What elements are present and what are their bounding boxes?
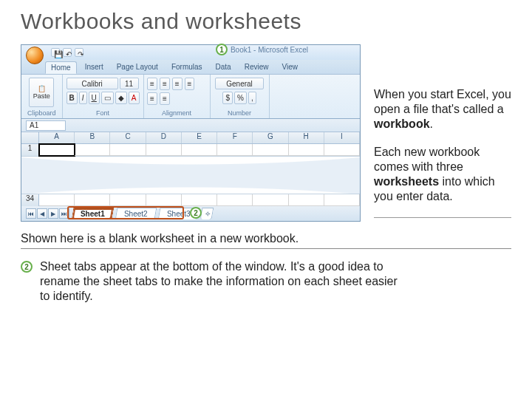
cell[interactable]	[289, 144, 324, 156]
ribbon-group-alignment: ≡ ≡ ≡ ≡ ≡ ≡ Alignment	[144, 75, 211, 118]
font-color-button[interactable]: A	[129, 92, 140, 104]
cell[interactable]	[39, 194, 75, 206]
align-bottom-icon[interactable]: ≡	[172, 78, 183, 90]
tab-home[interactable]: Home	[45, 61, 77, 74]
number-group-label: Number	[228, 109, 251, 117]
ribbon: 📋 Paste Clipboard Calibri 11 B	[21, 75, 360, 119]
col-c[interactable]: C	[110, 132, 146, 143]
cell[interactable]	[75, 144, 110, 156]
cell[interactable]	[182, 194, 217, 206]
callout-badge-2: 2	[190, 207, 202, 219]
quick-access-toolbar: 💾 ↶ ↷	[51, 48, 83, 57]
col-h[interactable]: H	[289, 132, 324, 143]
cell-a1[interactable]	[39, 144, 75, 156]
percent-icon[interactable]: %	[234, 92, 247, 104]
divider	[374, 217, 511, 218]
bold-term-workbook: workbook	[374, 117, 430, 130]
tab-data[interactable]: Data	[211, 61, 236, 74]
description-column: When you start Excel, you open a file th…	[374, 44, 511, 222]
callout-badge-1: 1	[216, 44, 228, 55]
grid-row-34: 34	[21, 194, 360, 206]
callout-badge-2-inline: 2	[21, 261, 33, 273]
cell[interactable]	[146, 194, 182, 206]
col-b[interactable]: B	[75, 132, 110, 143]
caption-lead: Shown here is a blank worksheet in a new…	[21, 232, 511, 249]
ribbon-tabs: Home Insert Page Layout Formulas Data Re…	[21, 60, 360, 75]
cell[interactable]	[253, 144, 288, 156]
cell[interactable]	[253, 194, 288, 206]
font-group-label: Font	[96, 109, 109, 117]
last-sheet-icon[interactable]: ⏭	[59, 208, 69, 219]
cell[interactable]	[75, 194, 110, 206]
paragraph-1: When you start Excel, you open a file th…	[374, 87, 511, 132]
sheet-tab-1[interactable]: Sheet1	[72, 208, 115, 219]
grid-row-1: 1	[21, 144, 360, 156]
save-icon[interactable]: 💾	[51, 48, 60, 57]
italic-button[interactable]: I	[79, 92, 87, 104]
currency-icon[interactable]: $	[222, 92, 233, 104]
underline-button[interactable]: U	[89, 92, 100, 104]
tab-formulas[interactable]: Formulas	[166, 61, 208, 74]
text: .	[430, 117, 433, 130]
align-right-icon[interactable]: ≡	[160, 92, 170, 105]
row-34-label[interactable]: 34	[21, 194, 39, 206]
col-a[interactable]: A	[39, 132, 75, 143]
align-middle-icon[interactable]: ≡	[160, 78, 170, 90]
col-d[interactable]: D	[146, 132, 182, 143]
cell[interactable]	[217, 194, 253, 206]
comma-icon[interactable]: ,	[248, 92, 256, 104]
paste-button[interactable]: 📋 Paste	[29, 78, 54, 107]
tab-insert[interactable]: Insert	[80, 61, 109, 74]
cell[interactable]	[324, 144, 360, 156]
cell[interactable]	[146, 144, 182, 156]
align-center-icon[interactable]: ≡	[147, 92, 157, 105]
alignment-group-label: Alignment	[162, 109, 191, 117]
new-sheet-icon[interactable]: ✧	[200, 208, 214, 219]
border-button[interactable]: ▭	[101, 92, 114, 104]
bullet-text: Sheet tabs appear at the bottom of the w…	[40, 259, 405, 304]
col-g[interactable]: G	[253, 132, 288, 143]
cell[interactable]	[110, 194, 146, 206]
cell[interactable]	[289, 194, 324, 206]
redo-icon[interactable]: ↷	[75, 48, 83, 57]
text: Each new workbook comes with three	[374, 146, 480, 173]
column-headers: A B C D E F G H I	[21, 132, 360, 144]
tab-review[interactable]: Review	[239, 61, 274, 74]
col-f[interactable]: F	[217, 132, 253, 143]
first-sheet-icon[interactable]: ⏮	[26, 208, 36, 219]
sheet-tab-2[interactable]: Sheet2	[115, 208, 157, 219]
undo-icon[interactable]: ↶	[63, 48, 72, 57]
font-size-select[interactable]: 11	[120, 78, 139, 89]
cell[interactable]	[182, 144, 217, 156]
ribbon-group-number: General $ % , Number	[211, 75, 270, 118]
bold-button[interactable]: B	[66, 92, 78, 104]
sheet-nav-arrows: ⏮ ◀ ▶ ⏭	[26, 208, 69, 219]
tab-view[interactable]: View	[276, 61, 303, 74]
office-button-icon[interactable]	[26, 47, 44, 64]
clipboard-group-label: Clipboard	[27, 109, 56, 117]
next-sheet-icon[interactable]: ▶	[48, 208, 58, 219]
cell[interactable]	[324, 194, 360, 206]
cell[interactable]	[217, 144, 253, 156]
cell[interactable]	[110, 144, 146, 156]
col-e[interactable]: E	[182, 132, 217, 143]
fill-color-button[interactable]: ◆	[115, 92, 127, 104]
bold-term-worksheets: worksheets	[374, 175, 439, 188]
text: When you start Excel, you open a file th…	[374, 88, 511, 115]
align-top-icon[interactable]: ≡	[147, 78, 157, 90]
name-box[interactable]: A1	[26, 120, 66, 131]
slide-title: Workbooks and worksheets	[0, 0, 532, 34]
lower-section: Shown here is a blank worksheet in a new…	[0, 222, 532, 304]
col-i[interactable]: I	[324, 132, 360, 143]
excel-titlebar: 💾 ↶ ↷ 1 Book1 - Microsoft Excel	[21, 45, 360, 60]
row-1-label[interactable]: 1	[21, 144, 39, 156]
formula-bar: A1	[21, 119, 360, 132]
align-left-icon[interactable]: ≡	[185, 78, 195, 90]
prev-sheet-icon[interactable]: ◀	[37, 208, 47, 219]
number-format-select[interactable]: General	[215, 78, 264, 89]
tab-page-layout[interactable]: Page Layout	[112, 61, 163, 74]
ribbon-group-font: Calibri 11 B I U ▭ ◆ A Font	[63, 75, 144, 118]
paste-label: Paste	[33, 92, 50, 100]
font-name-select[interactable]: Calibri	[66, 78, 118, 89]
paragraph-2: Each new workbook comes with three works…	[374, 145, 511, 204]
